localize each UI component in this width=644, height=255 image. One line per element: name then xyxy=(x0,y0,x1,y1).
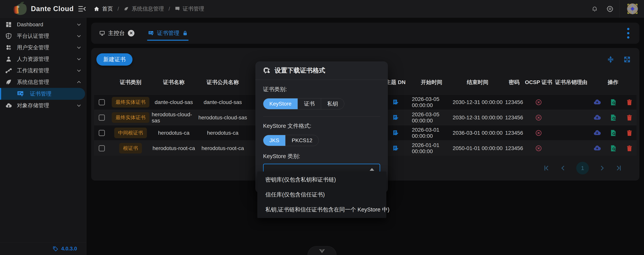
dialog-header: 设置下载证书格式 xyxy=(255,61,388,80)
sidebar-item-cert-management[interactable]: 证书管理 xyxy=(0,88,85,100)
delete-cert-trash-icon[interactable] xyxy=(626,114,633,121)
cert-common-name: herodotus-cloud-sas xyxy=(196,115,250,121)
chevron-down-icon xyxy=(318,249,326,254)
footer-collapse-handle[interactable] xyxy=(308,246,336,255)
row-checkbox[interactable] xyxy=(99,130,105,136)
cert-category-badge: 中间根证书 xyxy=(114,128,147,138)
segment-keystore[interactable]: KeyStore xyxy=(263,98,298,109)
tab-cert-management[interactable]: 证书管理 xyxy=(148,23,188,44)
row-checkbox[interactable] xyxy=(99,99,105,105)
dante-bird-logo-icon xyxy=(10,1,28,16)
top-bar: Dante Cloud 首页 / 系统信息管理 / 证书管理 xyxy=(0,0,644,18)
prev-page-icon[interactable] xyxy=(560,165,566,171)
dropdown-option[interactable]: 信任库(仅包含信任证书) xyxy=(257,187,386,202)
last-page-icon[interactable] xyxy=(616,165,622,171)
sidebar-item-user-security[interactable]: 用户安全管理 xyxy=(0,42,86,53)
sidebar-item-workflow[interactable]: 工作流程管理 xyxy=(0,65,86,76)
sidebar-item-platform-auth[interactable]: 平台认证管理 xyxy=(0,30,86,42)
breadcrumb-separator: / xyxy=(118,6,119,12)
delete-cert-trash-icon[interactable] xyxy=(626,99,633,106)
settings-gear-icon[interactable] xyxy=(602,0,618,18)
delete-cert-trash-icon[interactable] xyxy=(626,145,633,152)
shield-icon xyxy=(6,33,14,39)
subject-dn-doc-edit-icon[interactable] xyxy=(392,114,399,121)
brand-title: Dante Cloud xyxy=(31,5,74,13)
segment-jks[interactable]: JKS xyxy=(263,135,285,146)
cert-common-name: dante-cloud-sas xyxy=(196,99,250,105)
segment-cert[interactable]: 证书 xyxy=(298,98,321,109)
ocsp-circle-x-icon xyxy=(535,130,542,136)
breadcrumb-item-system[interactable]: 系统信息管理 xyxy=(124,5,164,12)
tag-icon xyxy=(52,246,58,252)
dropdown-option[interactable]: 密钥库(仅包含私钥和证书链) xyxy=(257,172,386,187)
cert-name: herodotus-root-ca xyxy=(152,145,196,151)
segment-private-key[interactable]: 私钥 xyxy=(321,98,344,109)
breadcrumb: 首页 / 系统信息管理 / 证书管理 xyxy=(94,5,204,12)
sidebar: Dashboard 平台认证管理 用户安全管理 人力资源管理 xyxy=(0,18,86,255)
next-page-icon[interactable] xyxy=(599,165,606,171)
chevron-down-icon xyxy=(76,22,82,27)
dropdown-option[interactable]: 私钥,证书链和信任证书包含在同一个 KeyStore 中) xyxy=(257,202,386,217)
close-icon[interactable]: ✕ xyxy=(128,30,134,36)
end-time: 2036-03-01 00:00:00 xyxy=(451,130,504,136)
header-revoke-reason: 证书吊销理由 xyxy=(553,79,590,86)
row-checkbox[interactable] xyxy=(99,145,105,151)
sidebar-item-system-info[interactable]: 系统信息管理 xyxy=(0,76,86,88)
delete-cert-trash-icon[interactable] xyxy=(626,130,633,136)
subject-dn-doc-edit-icon[interactable] xyxy=(392,130,399,136)
end-time: 2050-01-01 00:00:00 xyxy=(451,145,504,151)
breadcrumb-item-home[interactable]: 首页 xyxy=(94,5,113,12)
subject-dn-doc-edit-icon[interactable] xyxy=(392,145,399,152)
collapse-vertical-icon[interactable] xyxy=(607,56,614,63)
view-cert-file-search-icon[interactable] xyxy=(610,129,617,137)
menu-fold-icon[interactable] xyxy=(78,5,86,12)
view-cert-file-search-icon[interactable] xyxy=(610,145,617,152)
download-cert-icon[interactable] xyxy=(593,98,601,106)
keystore-type-label: KeyStore 类别: xyxy=(263,153,380,160)
cert-common-name: herodotus-root-ca xyxy=(196,145,250,151)
row-checkbox[interactable] xyxy=(99,115,105,121)
download-cert-icon[interactable] xyxy=(593,129,601,137)
fullscreen-icon[interactable] xyxy=(624,56,631,63)
tab-bar: 主控台 ✕ 证书管理 xyxy=(91,23,640,44)
first-page-icon[interactable] xyxy=(543,165,550,171)
cert-category-label: 证书类别: xyxy=(263,86,380,93)
tab-console[interactable]: 主控台 ✕ xyxy=(99,23,134,44)
notifications-bell-icon[interactable] xyxy=(587,0,602,18)
tab-more-menu-icon[interactable] xyxy=(625,26,631,40)
home-icon xyxy=(94,6,100,12)
sidebar-item-hr[interactable]: 人力资源管理 xyxy=(0,53,86,65)
chevron-down-icon xyxy=(76,57,82,62)
view-cert-file-search-icon[interactable] xyxy=(610,114,617,121)
cert-download-icon xyxy=(263,67,270,74)
current-page-button[interactable]: 1 xyxy=(576,162,589,174)
cert-common-name: herodotus-ca xyxy=(196,130,250,136)
start-time: 2026-03-01 00:00:00 xyxy=(412,127,451,139)
user-avatar[interactable] xyxy=(621,0,644,18)
workflow-icon xyxy=(6,67,14,74)
view-cert-file-search-icon[interactable] xyxy=(610,99,617,106)
leaf-icon xyxy=(6,79,14,85)
sidebar-item-dashboard[interactable]: Dashboard xyxy=(0,19,86,30)
file-format-label: KeyStore 文件格式: xyxy=(263,122,380,130)
certificate-icon xyxy=(148,30,154,36)
start-time: 2026-03-05 00:00:00 xyxy=(412,96,451,108)
sidebar-version[interactable]: 4.0.3.0 xyxy=(0,242,86,255)
download-cert-icon[interactable] xyxy=(593,114,601,121)
download-cert-icon[interactable] xyxy=(593,144,601,152)
breadcrumb-item-cert[interactable]: 证书管理 xyxy=(175,5,204,12)
keystore-type-dropdown: 密钥库(仅包含私钥和证书链) 信任库(仅包含信任证书) 私钥,证书链和信任证书包… xyxy=(257,172,386,218)
ocsp-circle-x-icon xyxy=(535,145,542,152)
cert-name: herodotus-cloud-sas xyxy=(152,111,196,124)
header-category: 证书类别 xyxy=(110,79,152,86)
table-tools xyxy=(607,56,631,63)
users-icon xyxy=(6,44,14,51)
new-cert-button[interactable]: 新建证书 xyxy=(96,53,132,66)
topbar-divider xyxy=(619,0,620,18)
chevron-down-icon xyxy=(76,103,82,108)
leaf-icon xyxy=(124,6,129,11)
brand-area[interactable]: Dante Cloud xyxy=(0,1,77,16)
subject-dn-doc-edit-icon[interactable] xyxy=(392,99,399,106)
sidebar-item-object-storage[interactable]: 对象存储管理 xyxy=(0,100,86,111)
segment-pkcs12[interactable]: PKCS12 xyxy=(285,135,318,146)
